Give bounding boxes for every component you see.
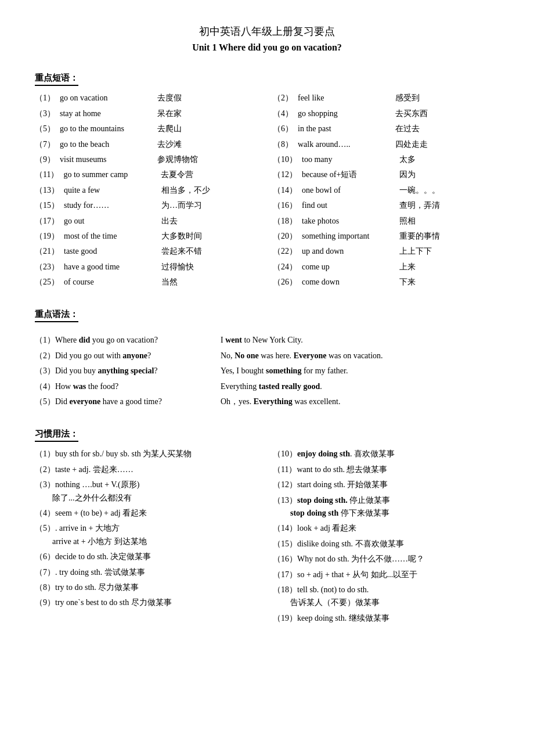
usage-item: （8）try to do sth. 尽力做某事	[35, 580, 261, 595]
phrase-cn: 去沙滩	[157, 138, 182, 151]
phrase-num: （15）	[35, 199, 59, 212]
usage-num: （15）	[273, 539, 297, 548]
phrase-cn: 出去	[161, 215, 178, 228]
usage-sub: 除了...之外什么都没有	[52, 492, 261, 505]
phrase-item: （15）study for……为…而学习	[35, 198, 261, 213]
usage-num: （19）	[273, 614, 297, 622]
phrase-en: stay at home	[60, 107, 153, 120]
grammar-left: （5）Did everyone have a good time?	[35, 395, 209, 408]
phrase-num: （24）	[273, 261, 297, 273]
phrase-cn: 太多	[399, 153, 416, 166]
usage-item: （3）nothing ….but + V.(原形)除了...之外什么都没有	[35, 477, 261, 506]
phrase-cn: 上上下下	[399, 245, 432, 258]
phrase-item: （11）go to summer camp去夏令营	[35, 167, 261, 182]
phrase-num: （19）	[35, 230, 59, 243]
phrase-num: （4）	[273, 107, 293, 120]
phrase-item: （26）come down下来	[273, 275, 499, 290]
usage-num: （11）	[273, 465, 297, 474]
phrases-right-col: （2）feel like感受到（4）go shopping去买东西（6）in t…	[273, 91, 499, 290]
usage-item: （17）so + adj + that + 从句 如此...以至于	[273, 567, 499, 582]
phrase-cn: 一碗。。。	[399, 184, 440, 197]
phrase-item: （3）stay at home呆在家	[35, 106, 261, 121]
usage-num: （4）	[35, 509, 55, 517]
phrase-en: come down	[302, 276, 395, 289]
usage-grid: （1）buy sth for sb./ buy sb. sth 为某人买某物（2…	[35, 447, 499, 626]
grammar-header: 重点语法：	[35, 307, 78, 322]
title-cn: 初中英语八年级上册复习要点	[35, 23, 499, 40]
phrase-num: （17）	[35, 215, 59, 228]
usage-sub: stop doing sth 停下来做某事	[290, 507, 499, 520]
usage-num: （16）	[273, 555, 297, 563]
phrase-en: walk around…..	[298, 138, 391, 151]
phrase-item: （23）have a good time过得愉快	[35, 260, 261, 275]
usage-num: （5）	[35, 524, 55, 532]
phrase-num: （18）	[273, 215, 297, 228]
phrase-item: （13）quite a few相当多，不少	[35, 183, 261, 198]
usage-num: （8）	[35, 583, 55, 592]
phrase-cn: 下来	[399, 276, 416, 289]
phrase-item: （21）taste good尝起来不错	[35, 244, 261, 259]
phrase-item: （9）visit museums参观博物馆	[35, 152, 261, 167]
phrase-num: （14）	[273, 184, 297, 197]
phrase-cn: 上来	[399, 261, 416, 273]
usage-item: （19）keep doing sth. 继续做某事	[273, 611, 499, 626]
phrase-en: find out	[302, 199, 395, 212]
phrase-en: one bowl of	[302, 184, 395, 197]
phrase-en: go to summer camp	[63, 168, 156, 181]
phrase-cn: 感受到	[395, 92, 420, 105]
phrase-item: （1）go on vacation去度假	[35, 91, 261, 106]
phrase-num: （23）	[35, 261, 59, 273]
phrase-item: （22）up and down上上下下	[273, 244, 499, 259]
usage-num: （13）	[273, 496, 297, 505]
phrase-num: （12）	[273, 168, 297, 181]
usage-item: （2）taste + adj. 尝起来……	[35, 462, 261, 477]
phrase-item: （10）too many太多	[273, 152, 499, 167]
phrase-en: taste good	[64, 245, 157, 258]
grammar-left: （3）Did you buy anything special?	[35, 365, 209, 377]
usage-item: （18）tell sb. (not) to do sth.告诉某人（不要）做某事	[273, 582, 499, 611]
usage-num: （7）	[35, 568, 55, 577]
phrase-item: （16）find out查明，弄清	[273, 198, 499, 213]
phrase-num: （7）	[35, 138, 55, 151]
phrase-cn: 当然	[161, 276, 178, 289]
grammar-right: I went to New York City.	[221, 334, 499, 347]
phrase-item: （8）walk around…..四处走走	[273, 137, 499, 152]
grammar-right: Oh，yes. Everything was excellent.	[221, 395, 499, 408]
usage-item: （11）want to do sth. 想去做某事	[273, 462, 499, 477]
phrase-cn: 呆在家	[157, 107, 182, 120]
phrase-item: （24）come up上来	[273, 260, 499, 275]
phrases-header: 重点短语：	[35, 71, 78, 86]
usage-num: （1）	[35, 449, 55, 458]
grammar-item: （3）Did you buy anything special?Yes, I b…	[35, 363, 499, 379]
phrase-cn: 去夏令营	[161, 168, 193, 181]
usage-item: （5）. arrive in + 大地方arrive at + 小地方 到达某地	[35, 521, 261, 549]
usage-item: （1）buy sth for sb./ buy sb. sth 为某人买某物	[35, 447, 261, 462]
phrase-en: go to the beach	[60, 138, 153, 151]
usage-item: （13）stop doing sth. 停止做某事stop doing sth …	[273, 493, 499, 521]
usage-item: （16）Why not do sth. 为什么不做……呢？	[273, 552, 499, 567]
phrase-en: come up	[302, 261, 395, 273]
phrase-en: too many	[302, 153, 395, 166]
usage-num: （10）	[273, 449, 297, 458]
phrase-en: most of the time	[64, 230, 157, 243]
phrase-cn: 过得愉快	[161, 261, 194, 273]
phrase-item: （17）go out出去	[35, 214, 261, 229]
usage-num: （12）	[273, 480, 297, 489]
usage-item: （4）seem + (to be) + adj 看起来	[35, 506, 261, 521]
usage-sub: 告诉某人（不要）做某事	[290, 596, 499, 609]
grammar-right: No, No one was here. Everyone was on vac…	[221, 350, 499, 362]
grammar-items: （1）Where did you go on vacation?I went t…	[35, 333, 499, 409]
phrase-cn: 参观博物馆	[157, 153, 198, 166]
phrase-num: （11）	[35, 168, 59, 181]
phrase-cn: 去爬山	[157, 123, 182, 135]
phrase-num: （6）	[273, 123, 293, 135]
usage-right-col: （10）enjoy doing sth. 喜欢做某事（11）want to do…	[273, 447, 499, 626]
phrase-num: （5）	[35, 123, 55, 135]
phrase-en: have a good time	[64, 261, 157, 273]
phrase-en: study for……	[64, 199, 157, 212]
usage-item: （10）enjoy doing sth. 喜欢做某事	[273, 447, 499, 462]
phrase-en: go out	[64, 215, 157, 228]
phrase-en: feel like	[298, 92, 391, 105]
phrase-en: because of+短语	[302, 168, 395, 181]
phrase-en: of course	[64, 276, 157, 289]
